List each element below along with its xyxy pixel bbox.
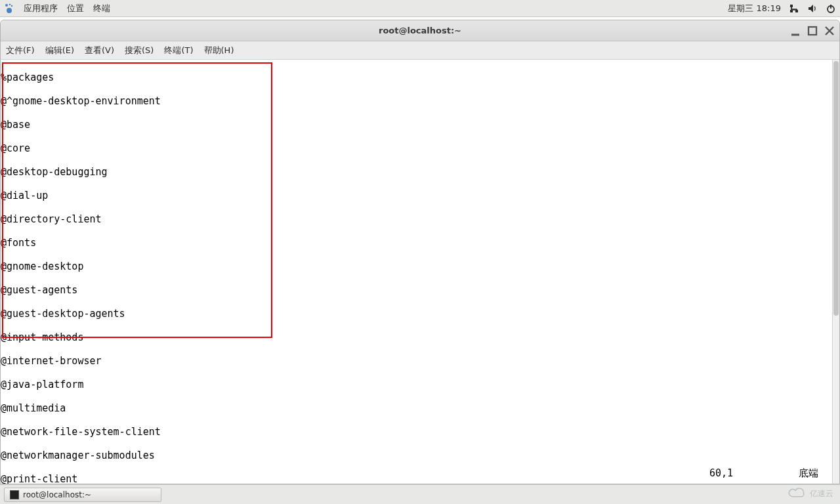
window-title: root@localhost:~ bbox=[379, 26, 461, 35]
text-line: @java-platform bbox=[1, 379, 839, 390]
window-titlebar[interactable]: root@localhost:~ bbox=[1, 20, 839, 41]
terminal-content[interactable]: %packages @^gnome-desktop-environment @b… bbox=[1, 60, 839, 484]
gnome-taskbar: root@localhost:~ bbox=[0, 484, 840, 504]
text-line: @network-file-system-client bbox=[1, 426, 839, 438]
text-line: @internet-browser bbox=[1, 355, 839, 367]
taskbar-item-label: root@localhost:~ bbox=[23, 490, 91, 499]
scrollbar[interactable] bbox=[832, 60, 839, 484]
text-line: @multimedia bbox=[1, 402, 839, 414]
menu-view[interactable]: 查看(V) bbox=[85, 45, 114, 56]
terminal-menubar: 文件(F) 编辑(E) 查看(V) 搜索(S) 终端(T) 帮助(H) bbox=[1, 41, 839, 60]
svg-rect-11 bbox=[808, 27, 816, 35]
menu-help[interactable]: 帮助(H) bbox=[204, 45, 234, 56]
gnome-top-panel: 应用程序 位置 终端 星期三 18:19 bbox=[0, 0, 840, 17]
terminal-body[interactable]: %packages @^gnome-desktop-environment @b… bbox=[1, 60, 839, 484]
text-line: @^gnome-desktop-environment bbox=[1, 95, 839, 107]
network-icon[interactable] bbox=[789, 3, 799, 14]
svg-rect-10 bbox=[791, 33, 799, 35]
menu-places[interactable]: 位置 bbox=[67, 3, 84, 14]
text-line: @gnome-desktop bbox=[1, 261, 839, 272]
menu-terminal[interactable]: 终端(T) bbox=[164, 45, 193, 56]
gnome-foot-icon bbox=[4, 3, 14, 14]
text-line: @directory-client bbox=[1, 213, 839, 225]
text-line: @desktop-debugging bbox=[1, 166, 839, 178]
menu-terminal[interactable]: 终端 bbox=[93, 3, 110, 14]
vim-status-line: 60,1 底端 bbox=[709, 467, 818, 480]
scrollbar-thumb[interactable] bbox=[833, 61, 839, 316]
svg-point-2 bbox=[11, 5, 12, 6]
clock[interactable]: 星期三 18:19 bbox=[728, 3, 781, 14]
terminal-icon bbox=[10, 490, 19, 499]
text-line: @dial-up bbox=[1, 190, 839, 201]
text-line: %packages bbox=[1, 72, 839, 83]
text-line: @networkmanager-submodules bbox=[1, 450, 839, 461]
text-line: @base bbox=[1, 119, 839, 131]
terminal-window: root@localhost:~ 文件(F) 编辑(E) 查看(V) 搜索(S)… bbox=[0, 20, 840, 484]
text-line: @guest-desktop-agents bbox=[1, 308, 839, 320]
menu-file[interactable]: 文件(F) bbox=[6, 45, 35, 56]
minimize-button[interactable] bbox=[789, 25, 801, 37]
maximize-button[interactable] bbox=[807, 25, 818, 37]
cursor-position: 60,1 bbox=[709, 467, 733, 480]
watermark: 亿速云 bbox=[788, 487, 833, 500]
power-icon[interactable] bbox=[826, 3, 836, 14]
menu-search[interactable]: 搜索(S) bbox=[125, 45, 154, 56]
menu-applications[interactable]: 应用程序 bbox=[24, 3, 58, 14]
text-line: @fonts bbox=[1, 237, 839, 249]
volume-icon[interactable] bbox=[807, 3, 818, 14]
close-button[interactable] bbox=[824, 25, 835, 37]
text-line: @input-methods bbox=[1, 331, 839, 343]
text-line: @core bbox=[1, 142, 839, 154]
scroll-location: 底端 bbox=[799, 467, 818, 480]
svg-marker-7 bbox=[808, 5, 813, 12]
svg-point-1 bbox=[9, 3, 11, 5]
svg-point-0 bbox=[5, 4, 8, 7]
taskbar-item-terminal[interactable]: root@localhost:~ bbox=[4, 488, 161, 502]
menu-edit[interactable]: 编辑(E) bbox=[45, 45, 74, 56]
svg-point-3 bbox=[7, 8, 12, 13]
svg-rect-4 bbox=[790, 5, 793, 7]
text-line: @guest-agents bbox=[1, 284, 839, 296]
